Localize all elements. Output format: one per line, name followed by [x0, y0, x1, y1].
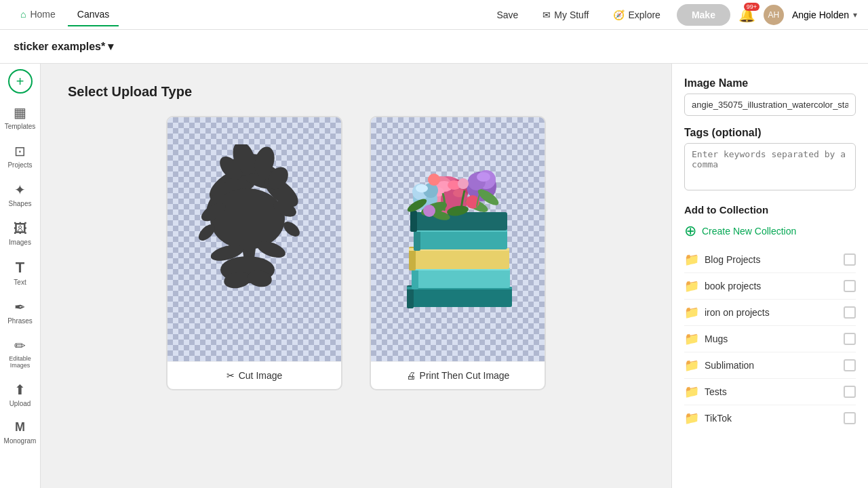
my-stuff-icon: ✉	[542, 9, 551, 20]
user-name: Angie Holden	[792, 9, 849, 20]
tags-input[interactable]	[684, 143, 856, 190]
explore-icon: 🧭	[613, 9, 625, 20]
collection-name: book projects	[705, 281, 838, 291]
plus-circle-icon: ⊕	[684, 222, 696, 240]
print-then-cut-card[interactable]: 🖨 Print Then Cut Image	[370, 116, 546, 390]
page-title: Select Upload Type	[68, 84, 644, 100]
folder-icon: 📁	[684, 331, 699, 346]
folder-icon: 📁	[684, 384, 699, 399]
collection-list: 📁 Blog Projects 📁 book projects 📁 iron o…	[684, 247, 856, 431]
monogram-icon: M	[15, 420, 25, 435]
collection-item-book-projects[interactable]: 📁 book projects	[684, 273, 856, 300]
canvas-tab-label: Canvas	[77, 9, 109, 20]
collection-section: Add to Collection ⊕ Create New Collectio…	[684, 204, 856, 431]
cut-image-svg	[167, 117, 341, 361]
my-stuff-button[interactable]: ✉ My Stuff	[534, 5, 597, 24]
text-icon: T	[16, 259, 24, 277]
sidebar-item-text[interactable]: T Text	[0, 253, 40, 292]
home-icon: ⌂	[20, 9, 26, 20]
collection-item-mugs[interactable]: 📁 Mugs	[684, 326, 856, 352]
collection-item-iron-on[interactable]: 📁 iron on projects	[684, 300, 856, 326]
svg-rect-22	[407, 287, 512, 307]
images-icon: 🖼	[14, 220, 27, 237]
collection-name: Mugs	[705, 333, 838, 344]
cut-image-footer: ✂ Cut Image	[167, 361, 341, 389]
shapes-icon: ✦	[14, 182, 26, 198]
tab-home[interactable]: ⌂ Home	[11, 3, 65, 26]
cut-image-card[interactable]: ✂ Cut Image	[166, 116, 342, 390]
folder-icon: 📁	[684, 305, 699, 320]
folder-icon: 📁	[684, 358, 699, 373]
notification-badge: 99+	[744, 3, 760, 11]
svg-point-12	[210, 188, 285, 249]
collection-title: Add to Collection	[684, 204, 856, 216]
make-button[interactable]: Make	[677, 4, 730, 26]
svg-rect-35	[410, 211, 417, 232]
print-then-cut-svg	[371, 117, 545, 361]
sidebar-item-upload[interactable]: ⬆ Upload	[0, 376, 40, 413]
user-menu[interactable]: Angie Holden ▾	[792, 9, 857, 20]
collection-checkbox[interactable]	[844, 386, 856, 398]
sidebar-item-phrases[interactable]: ✒ Phrases	[0, 293, 40, 331]
folder-icon: 📁	[684, 411, 699, 426]
create-collection-button[interactable]: ⊕ Create New Collection	[684, 222, 856, 240]
project-title[interactable]: sticker examples* ▾	[14, 40, 113, 53]
collection-name: iron on projects	[705, 307, 838, 318]
create-collection-label: Create New Collection	[702, 226, 796, 237]
collection-checkbox[interactable]	[844, 359, 856, 371]
collection-item-tests[interactable]: 📁 Tests	[684, 379, 856, 405]
svg-rect-28	[409, 248, 509, 269]
sidebar-item-templates[interactable]: ▦ Templates	[0, 99, 40, 136]
sidebar-item-shapes[interactable]: ✦ Shapes	[0, 176, 40, 214]
save-button[interactable]: Save	[488, 5, 526, 24]
collection-checkbox[interactable]	[844, 280, 856, 292]
image-name-title: Image Name	[684, 77, 856, 89]
image-name-input[interactable]	[684, 94, 856, 116]
cut-image-label: Cut Image	[239, 370, 283, 381]
upload-options: ✂ Cut Image	[68, 116, 644, 390]
collection-name: Sublimation	[705, 360, 838, 371]
content-area: Select Upload Type	[41, 64, 671, 488]
collection-name: Tests	[705, 386, 838, 397]
collection-item-tiktok[interactable]: 📁 TikTok	[684, 405, 856, 431]
svg-point-48	[477, 172, 490, 182]
main-layout: + ▦ Templates ⊡ Projects ✦ Shapes 🖼 Imag…	[0, 64, 868, 488]
print-then-cut-preview	[371, 117, 545, 361]
collection-checkbox[interactable]	[844, 412, 856, 424]
editable-images-icon: ✏	[14, 338, 26, 354]
print-then-cut-label: Print Then Cut Image	[420, 370, 510, 381]
svg-point-61	[458, 178, 469, 189]
collection-item-sublimation[interactable]: 📁 Sublimation	[684, 352, 856, 379]
collection-checkbox[interactable]	[844, 306, 856, 319]
avatar: AH	[764, 5, 784, 25]
right-panel: Image Name Tags (optional) Add to Collec…	[671, 64, 868, 488]
templates-icon: ▦	[14, 104, 26, 121]
cut-image-icon: ✂	[226, 370, 235, 381]
collection-checkbox[interactable]	[844, 333, 856, 345]
notification-button[interactable]: 🔔 99+	[738, 7, 755, 23]
sidebar-add-button[interactable]: +	[8, 69, 33, 94]
print-then-cut-footer: 🖨 Print Then Cut Image	[371, 361, 545, 389]
folder-icon: 📁	[684, 279, 699, 293]
sidebar-item-projects[interactable]: ⊡ Projects	[0, 138, 40, 175]
tab-canvas[interactable]: Canvas	[68, 3, 119, 26]
nav-tabs: ⌂ Home Canvas	[11, 3, 119, 26]
collection-checkbox[interactable]	[844, 253, 856, 266]
tags-title: Tags (optional)	[684, 127, 856, 139]
top-nav: ⌂ Home Canvas Save ✉ My Stuff 🧭 Explore …	[0, 0, 868, 30]
projects-icon: ⊡	[14, 143, 26, 159]
sidebar-item-monogram[interactable]: M Monogram	[0, 415, 40, 451]
chevron-down-icon: ▾	[853, 10, 857, 20]
sidebar-item-editable-images[interactable]: ✏ Editable Images	[0, 332, 40, 375]
secondary-bar: sticker examples* ▾	[0, 30, 868, 64]
cut-image-preview	[167, 117, 341, 361]
svg-point-60	[423, 205, 435, 217]
svg-rect-25	[412, 268, 510, 288]
project-dropdown-icon: ▾	[108, 40, 113, 53]
collection-item-blog-projects[interactable]: 📁 Blog Projects	[684, 247, 856, 273]
explore-button[interactable]: 🧭 Explore	[605, 5, 668, 24]
phrases-icon: ✒	[14, 299, 26, 315]
sidebar-item-images[interactable]: 🖼 Images	[0, 215, 40, 252]
home-tab-label: Home	[30, 9, 55, 20]
svg-point-52	[416, 184, 428, 192]
